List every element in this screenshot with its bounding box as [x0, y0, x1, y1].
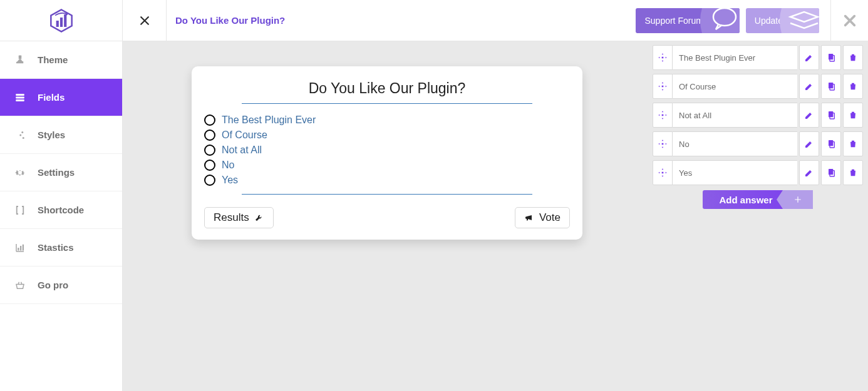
poll-preview-card: Do You Like Our Plugin? The Best Plugin … [192, 66, 582, 240]
svg-rect-15 [23, 244, 24, 250]
radio-icon [204, 160, 215, 171]
sidebar-item-label: Stastics [38, 242, 74, 253]
close-editor-button[interactable] [830, 0, 868, 41]
drag-handle[interactable] [653, 45, 673, 70]
fields-icon [14, 91, 26, 104]
preview-canvas: Do You Like Our Plugin? The Best Plugin … [123, 41, 651, 391]
poll-option-label: Yes [222, 175, 238, 186]
delete-answer-button[interactable] [843, 103, 863, 128]
sidebar-item-theme[interactable]: Theme [0, 41, 122, 79]
svg-rect-3 [64, 14, 66, 27]
gear-icon [14, 166, 26, 179]
duplicate-answer-button[interactable] [821, 45, 841, 70]
drag-handle[interactable] [653, 74, 673, 99]
duplicate-answer-button[interactable] [821, 131, 841, 156]
svg-rect-24 [829, 169, 833, 175]
svg-rect-2 [59, 18, 62, 27]
poll-option[interactable]: The Best Plugin Ever [204, 113, 570, 128]
delete-answer-button[interactable] [843, 74, 863, 99]
edit-answer-button[interactable] [799, 74, 819, 99]
sliders-icon [14, 129, 26, 141]
edit-answer-button[interactable] [799, 103, 819, 128]
sidebar-item-fields[interactable]: Fields [0, 79, 122, 116]
svg-point-11 [19, 134, 21, 136]
support-forum-button[interactable]: Support Forum [636, 8, 739, 33]
answer-row: Of Course [653, 74, 863, 99]
brackets-icon [14, 204, 26, 216]
poll-option[interactable]: Yes [204, 173, 570, 188]
svg-rect-13 [18, 248, 19, 251]
edit-answer-button[interactable] [799, 45, 819, 70]
drag-handle[interactable] [653, 160, 673, 185]
sidebar-item-label: Styles [38, 129, 65, 140]
delete-answer-button[interactable] [843, 131, 863, 156]
answer-text[interactable]: The Best Plugin Ever [673, 45, 797, 70]
drag-handle[interactable] [653, 131, 673, 156]
results-button[interactable]: Results [204, 207, 274, 228]
answer-row: Not at All [653, 103, 863, 128]
add-answer-button[interactable]: Add answer [703, 190, 813, 209]
svg-rect-16 [829, 54, 833, 59]
svg-rect-1 [56, 21, 58, 27]
sidebar-item-styles[interactable]: Styles [0, 116, 122, 154]
vote-button[interactable]: Vote [515, 207, 570, 228]
poll-option-label: Of Course [222, 129, 267, 141]
update-button[interactable]: Update [746, 8, 819, 33]
sidebar-item-label: Theme [38, 54, 68, 65]
radio-icon [204, 145, 215, 156]
edit-answer-button[interactable] [799, 160, 819, 185]
svg-rect-14 [20, 246, 21, 251]
sidebar: Theme Fields Styles Settings Shortcode [0, 41, 123, 391]
poll-option[interactable]: Not at All [204, 143, 570, 158]
basket-icon [14, 279, 26, 292]
megaphone-icon [524, 213, 534, 223]
answer-text[interactable]: Not at All [673, 103, 797, 128]
delete-answer-button[interactable] [843, 160, 863, 185]
poll-option-label: No [222, 160, 234, 171]
poll-option-label: The Best Plugin Ever [222, 114, 316, 126]
svg-rect-9 [16, 99, 24, 101]
answer-row: The Best Plugin Ever [653, 45, 863, 70]
svg-point-12 [23, 137, 24, 139]
support-forum-label: Support Forum [644, 16, 703, 26]
svg-rect-7 [16, 94, 24, 96]
wrench-icon [254, 213, 264, 223]
duplicate-answer-button[interactable] [821, 160, 841, 185]
sidebar-item-label: Settings [38, 167, 75, 178]
sidebar-item-statistics[interactable]: Stastics [0, 229, 122, 267]
app-logo[interactable] [0, 0, 123, 41]
results-label: Results [214, 211, 249, 224]
brush-icon [14, 54, 26, 66]
radio-icon [204, 129, 215, 141]
chat-icon [702, 8, 740, 33]
svg-rect-8 [16, 96, 24, 98]
sidebar-item-label: Go pro [38, 280, 68, 290]
sidebar-item-settings[interactable]: Settings [0, 154, 122, 191]
poll-option-label: Not at All [222, 145, 262, 156]
answer-text[interactable]: Of Course [673, 74, 797, 99]
poll-option[interactable]: Of Course [204, 128, 570, 143]
answers-panel: The Best Plugin Ever Of Course Not at Al… [651, 41, 868, 391]
sidebar-item-gopro[interactable]: Go pro [0, 267, 122, 304]
sidebar-item-shortcode[interactable]: Shortcode [0, 191, 122, 229]
answer-text[interactable]: Yes [673, 160, 797, 185]
answer-text[interactable]: No [673, 131, 797, 156]
svg-rect-6 [19, 55, 22, 59]
drag-handle[interactable] [653, 103, 673, 128]
duplicate-answer-button[interactable] [821, 103, 841, 128]
poll-title: Do You Like Our Plugin? [242, 78, 532, 103]
poll-option[interactable]: No [204, 158, 570, 173]
delete-answer-button[interactable] [843, 45, 863, 70]
answer-row: Yes [653, 160, 863, 185]
layers-icon [782, 8, 819, 33]
poll-options: The Best Plugin Ever Of Course Not at Al… [204, 108, 570, 190]
vote-label: Vote [539, 211, 561, 224]
duplicate-answer-button[interactable] [821, 74, 841, 99]
add-answer-label: Add answer [703, 195, 783, 205]
svg-point-10 [21, 131, 23, 133]
sidebar-item-label: Fields [38, 92, 65, 103]
collapse-sidebar-button[interactable] [123, 0, 167, 41]
answer-row: No [653, 131, 863, 156]
edit-answer-button[interactable] [799, 131, 819, 156]
svg-rect-22 [829, 140, 833, 146]
